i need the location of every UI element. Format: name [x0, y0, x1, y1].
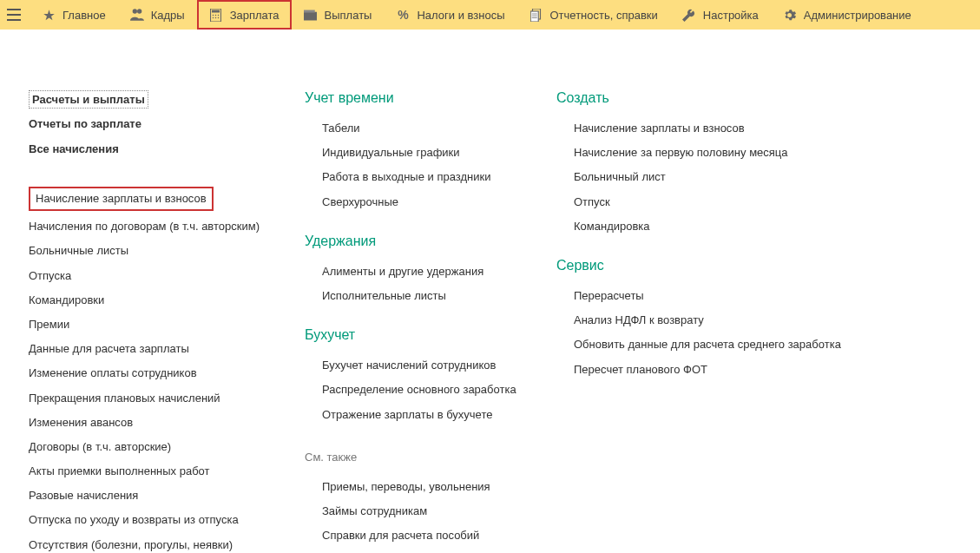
left-column: Расчеты и выплаты Отчеты по зарплате Все… — [29, 90, 305, 553]
link-recalc-fot[interactable]: Пересчет планового ФОТ — [556, 358, 869, 382]
link-writs[interactable]: Исполнительные листы — [305, 284, 556, 308]
svg-point-7 — [218, 16, 220, 18]
link-accrual-salary[interactable]: Начисление зарплаты и взносов — [36, 191, 207, 207]
svg-point-5 — [213, 16, 214, 18]
link-recalculations[interactable]: Перерасчеты — [556, 284, 869, 308]
link-earnings-distribution[interactable]: Распределение основного заработка — [305, 378, 556, 402]
menu-label: Отчетность, справки — [550, 9, 658, 22]
section-accounting[interactable]: Бухучет — [305, 327, 556, 343]
link-ndfl-analysis[interactable]: Анализ НДФЛ к возврату — [556, 308, 869, 332]
people-icon — [130, 8, 144, 22]
create-salary-accrual[interactable]: Начисление зарплаты и взносов — [556, 116, 869, 141]
link-onetime-accruals[interactable]: Разовые начисления — [29, 484, 305, 508]
percent-icon: % — [396, 8, 410, 22]
link-dividends[interactable]: Дивиденды — [305, 548, 556, 553]
link-timesheets[interactable]: Табели — [305, 116, 556, 141]
gear-icon — [783, 8, 797, 22]
section-deductions[interactable]: Удержания — [305, 234, 556, 249]
link-weekend-work[interactable]: Работа в выходные и праздники — [305, 165, 556, 189]
svg-point-2 — [213, 14, 214, 16]
link-absences[interactable]: Отсутствия (болезни, прогулы, неявки) — [29, 533, 305, 553]
wallet-icon — [304, 8, 318, 22]
create-vacation[interactable]: Отпуск — [556, 190, 869, 214]
menu-payments[interactable]: Выплаты — [292, 0, 385, 30]
right-column: Создать Начисление зарплаты и взносов На… — [556, 90, 869, 553]
link-employee-loans[interactable]: Займы сотрудникам — [305, 499, 556, 523]
hamburger-icon — [7, 8, 21, 22]
link-accounting-accruals[interactable]: Бухучет начислений сотрудников — [305, 353, 556, 378]
star-icon — [42, 8, 56, 22]
menu-label: Зарплата — [230, 9, 280, 22]
svg-rect-11 — [530, 11, 538, 22]
link-individual-schedules[interactable]: Индивидуальные графики — [305, 141, 556, 165]
calculator-icon — [209, 8, 223, 22]
link-overtime[interactable]: Сверхурочные — [305, 190, 556, 214]
menu-label: Настройка — [703, 9, 759, 22]
create-half-month[interactable]: Начисление за первую половину месяца — [556, 141, 869, 165]
link-bonuses[interactable]: Премии — [29, 313, 305, 337]
section-time-tracking[interactable]: Учет времени — [305, 90, 556, 106]
link-update-avg-data[interactable]: Обновить данные для расчета среднего зар… — [556, 332, 869, 357]
link-stop-planned[interactable]: Прекращения плановых начислений — [29, 386, 305, 411]
svg-rect-9 — [304, 10, 315, 12]
link-trips[interactable]: Командировки — [29, 288, 305, 313]
link-all-accruals[interactable]: Все начисления — [29, 139, 305, 159]
link-calc-data[interactable]: Данные для расчета зарплаты — [29, 337, 305, 361]
top-menu-bar: Главное Кадры Зарплата Выплаты % Налоги … — [0, 0, 980, 30]
link-salary-reports[interactable]: Отчеты по зарплате — [29, 114, 305, 134]
menu-settings[interactable]: Настройка — [670, 0, 771, 30]
menu-label: Администрирование — [804, 9, 911, 22]
link-alimony[interactable]: Алименты и другие удержания — [305, 260, 556, 284]
link-acceptance-acts[interactable]: Акты приемки выполненных работ — [29, 459, 305, 484]
link-sick-leaves[interactable]: Больничные листы — [29, 239, 305, 263]
menu-taxes[interactable]: % Налоги и взносы — [384, 0, 516, 30]
menu-admin[interactable]: Администрирование — [771, 0, 924, 30]
link-calculations[interactable]: Расчеты и выплаты — [29, 90, 148, 109]
section-service[interactable]: Сервис — [556, 258, 869, 273]
middle-column: Учет времени Табели Индивидуальные графи… — [305, 90, 556, 553]
highlighted-item: Начисление зарплаты и взносов — [29, 187, 214, 211]
see-also-label: См. также — [305, 446, 556, 468]
svg-point-3 — [215, 14, 217, 16]
menu-salary[interactable]: Зарплата — [197, 0, 292, 30]
section-create[interactable]: Создать — [556, 90, 869, 106]
link-pay-change[interactable]: Изменение оплаты сотрудников — [29, 361, 305, 385]
main-content: Расчеты и выплаты Отчеты по зарплате Все… — [0, 30, 980, 553]
create-trip[interactable]: Командировка — [556, 214, 869, 239]
menu-label: Главное — [62, 9, 106, 22]
wrench-icon — [682, 8, 696, 22]
svg-rect-8 — [304, 11, 317, 20]
link-contract-accruals[interactable]: Начисления по договорам (в т.ч. авторски… — [29, 214, 305, 239]
menu-label: Налоги и взносы — [417, 9, 504, 22]
svg-rect-1 — [212, 10, 220, 12]
create-sick-leave[interactable]: Больничный лист — [556, 165, 869, 189]
menu-label: Кадры — [151, 9, 185, 22]
document-icon — [529, 8, 543, 22]
menu-reports[interactable]: Отчетность, справки — [517, 0, 670, 30]
menu-label: Выплаты — [325, 9, 372, 22]
svg-point-6 — [215, 16, 217, 18]
menu-personnel[interactable]: Кадры — [118, 0, 197, 30]
link-care-leaves[interactable]: Отпуска по уходу и возвраты из отпуска — [29, 508, 305, 532]
link-vacations[interactable]: Отпуска — [29, 264, 305, 288]
link-salary-reflection[interactable]: Отражение зарплаты в бухучете — [305, 403, 556, 427]
link-benefit-certs[interactable]: Справки для расчета пособий — [305, 523, 556, 548]
svg-point-4 — [218, 14, 220, 16]
link-hires-transfers[interactable]: Приемы, переводы, увольнения — [305, 475, 556, 499]
hamburger-menu[interactable] — [7, 8, 30, 22]
link-contracts[interactable]: Договоры (в т.ч. авторские) — [29, 435, 305, 459]
link-advance-changes[interactable]: Изменения авансов — [29, 411, 305, 435]
menu-main[interactable]: Главное — [30, 0, 118, 30]
